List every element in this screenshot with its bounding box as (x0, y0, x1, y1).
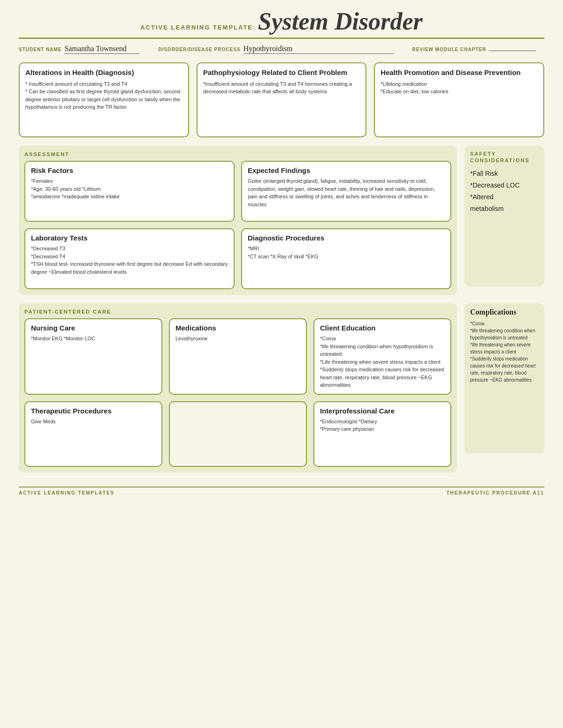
student-info: STUDENT NAME Samantha Townsend DISORDER/… (19, 45, 544, 54)
risk-factors-content: *Females*Age: 30-60 years old *Lithium*a… (31, 177, 228, 201)
pcc-empty-box (169, 401, 307, 467)
therapeutic-procedures-box: Therapeutic Procedures Give Meds (24, 401, 162, 467)
top-box-1: Pathophysiology Related to Client Proble… (197, 62, 367, 137)
medications-box: Medications Levothyroxine (169, 318, 307, 395)
complications-content: *Coma*life threatening condition when hy… (470, 320, 539, 383)
page: ACTIVE LEARNING TEMPLATE: System Disorde… (0, 0, 563, 728)
assessment-main: ASSESSMENT Risk Factors *Females*Age: 30… (19, 146, 457, 295)
nursing-care-title: Nursing Care (31, 324, 156, 332)
pcc-side: Complications *Coma*life threatening con… (464, 303, 544, 473)
footer-right: THERAPEUTIC PROCEDURE A11 (446, 490, 544, 495)
student-name-field: STUDENT NAME Samantha Townsend (19, 45, 139, 54)
top-box-0-title: Alterations in Health (Diagnosis) (25, 68, 183, 77)
client-education-content: *Coma*life threatening condition when hy… (320, 335, 445, 389)
expected-findings-title: Expected Findings (248, 166, 445, 174)
expected-findings-box: Expected Findings Goiter (enlarged thyro… (241, 161, 451, 222)
disorder-value: Hypothyroidism (243, 45, 394, 54)
review-value (489, 50, 536, 51)
top-box-2-title: Health Promotion and Disease Prevention (380, 68, 538, 77)
therapeutic-procedures-title: Therapeutic Procedures (31, 407, 156, 415)
assessment-section: ASSESSMENT Risk Factors *Females*Age: 30… (19, 146, 544, 295)
review-field: REVIEW MODULE CHAPTER (412, 47, 536, 52)
disorder-field: DISORDER/DISEASE PROCESS Hypothyroidism (158, 45, 393, 54)
pcc-main: PATIENT-CENTERED CARE Nursing Care *Moni… (19, 303, 457, 473)
disorder-label: DISORDER/DISEASE PROCESS (158, 47, 240, 52)
assessment-grid: Risk Factors *Females*Age: 30-60 years o… (24, 161, 451, 289)
risk-factors-box: Risk Factors *Females*Age: 30-60 years o… (24, 161, 235, 222)
interprofessional-care-content: *Endocrinologist *Dietary*Primary care p… (320, 418, 445, 433)
diagnostic-procedures-title: Diagnostic Procedures (248, 234, 445, 242)
top-box-1-content: *Insufficient amount of circulating T3 a… (203, 80, 360, 96)
student-name-label: STUDENT NAME (19, 47, 61, 52)
client-education-title: Client Education (320, 324, 445, 332)
risk-factors-title: Risk Factors (31, 166, 228, 174)
expected-findings-content: Goiter (enlarged thyroid gland), fatigue… (248, 177, 445, 208)
complications-box: Complications *Coma*life threatening con… (464, 303, 544, 453)
student-name-value: Samantha Townsend (64, 45, 139, 54)
diagnostic-procedures-content: *MRI*CT scan *X-Ray of skull *EKG (248, 245, 445, 260)
header: ACTIVE LEARNING TEMPLATE: System Disorde… (19, 9, 544, 39)
safety-label: SAFETYCONSIDERATIONS (470, 150, 539, 164)
top-box-2-content: *Lifelong medication*Educate on diet, lo… (380, 80, 538, 96)
complications-title: Complications (470, 308, 539, 316)
top-box-0-content: * Insufficient amount of circulating T3 … (25, 80, 183, 111)
medications-content: Levothyroxine (175, 335, 300, 343)
assessment-label: ASSESSMENT (24, 151, 451, 157)
client-education-box: Client Education *Coma*life threatening … (313, 318, 451, 395)
footer: ACTIVE LEARNING TEMPLATES THERAPEUTIC PR… (19, 487, 544, 495)
review-label: REVIEW MODULE CHAPTER (412, 47, 487, 52)
footer-left: ACTIVE LEARNING TEMPLATES (19, 490, 114, 495)
pcc-label: PATIENT-CENTERED CARE (24, 309, 451, 315)
lab-tests-content: *Decreased T3*Decreased T4*TSH blood tes… (31, 245, 228, 276)
top-boxes: Alterations in Health (Diagnosis) * Insu… (19, 62, 544, 137)
lab-tests-title: Laboratory Tests (31, 234, 228, 242)
header-label: ACTIVE LEARNING TEMPLATE: (140, 24, 256, 31)
safety-content: *Fall Risk*Decreased LOC*Alteredmetaboli… (470, 168, 539, 215)
nursing-care-box: Nursing Care *Monitor EKG *Monitor LOC (24, 318, 162, 395)
diagnostic-procedures-box: Diagnostic Procedures *MRI*CT scan *X-Ra… (241, 228, 451, 289)
lab-tests-box: Laboratory Tests *Decreased T3*Decreased… (24, 228, 235, 289)
pcc-grid-bottom: Therapeutic Procedures Give Meds Interpr… (24, 401, 451, 467)
medications-title: Medications (175, 324, 300, 332)
top-box-2: Health Promotion and Disease Prevention … (374, 62, 544, 137)
safety-box: SAFETYCONSIDERATIONS *Fall Risk*Decrease… (464, 146, 544, 286)
assessment-col-left: Risk Factors *Females*Age: 30-60 years o… (24, 161, 235, 289)
top-box-1-title: Pathophysiology Related to Client Proble… (203, 68, 360, 77)
pcc-section: PATIENT-CENTERED CARE Nursing Care *Moni… (19, 303, 544, 473)
assessment-outer: ASSESSMENT Risk Factors *Females*Age: 30… (19, 146, 457, 295)
pcc-grid-top: Nursing Care *Monitor EKG *Monitor LOC M… (24, 318, 451, 395)
interprofessional-care-title: Interprofessional Care (320, 407, 445, 415)
assessment-side: SAFETYCONSIDERATIONS *Fall Risk*Decrease… (464, 146, 544, 295)
assessment-col-right: Expected Findings Goiter (enlarged thyro… (241, 161, 451, 289)
top-box-0: Alterations in Health (Diagnosis) * Insu… (19, 62, 189, 137)
interprofessional-care-box: Interprofessional Care *Endocrinologist … (313, 401, 451, 467)
pcc-outer: PATIENT-CENTERED CARE Nursing Care *Moni… (19, 303, 457, 473)
nursing-care-content: *Monitor EKG *Monitor LOC (31, 335, 156, 343)
therapeutic-procedures-content: Give Meds (31, 418, 156, 426)
header-title: System Disorder (258, 8, 423, 35)
